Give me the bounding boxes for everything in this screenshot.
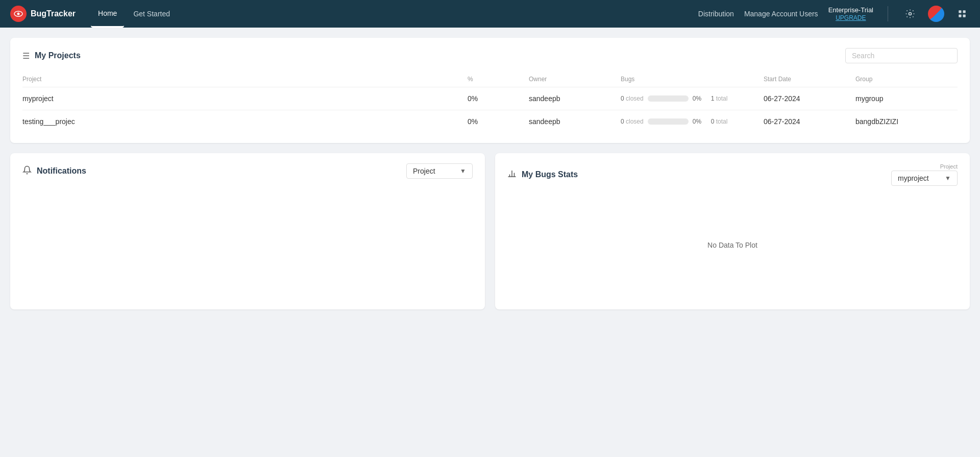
bugs-closed-count: 0 closed	[621, 118, 644, 125]
projects-title-group: ☰ My Projects	[22, 51, 81, 61]
svg-rect-4	[963, 10, 966, 13]
notifications-title: Notifications	[37, 166, 86, 176]
nav-right: Distribution Manage Account Users Enterp…	[698, 6, 970, 22]
nav-get-started[interactable]: Get Started	[126, 0, 177, 28]
notifications-project-dropdown[interactable]: Project ▼	[406, 163, 473, 179]
bar-chart-icon	[507, 169, 517, 181]
col-owner: Owner	[529, 71, 621, 87]
cell-project: testing___projec	[22, 110, 468, 133]
col-group: Group	[855, 71, 958, 87]
bugs-stats-title: My Bugs Stats	[522, 170, 578, 179]
notifications-title-group: Notifications	[22, 165, 86, 177]
nav-divider	[888, 6, 888, 21]
bugs-progress-bar	[648, 95, 689, 102]
notifications-dropdown-arrow: ▼	[460, 167, 466, 175]
bugs-progress-bar	[648, 118, 689, 125]
bugs-stats-header: My Bugs Stats Project myproject ▼	[507, 163, 958, 186]
bugs-stats-project-label: Project	[940, 163, 958, 170]
bugs-total: 1 total	[711, 95, 728, 102]
projects-header: ☰ My Projects	[22, 48, 958, 63]
no-data-message: No Data To Plot	[507, 194, 958, 296]
svg-rect-5	[959, 15, 961, 17]
cell-project: myproject	[22, 87, 468, 110]
bugs-stats-dropdown-arrow: ▼	[945, 175, 951, 182]
cell-group: mygroup	[855, 87, 958, 110]
cell-pct: 0%	[468, 110, 529, 133]
col-bugs: Bugs	[621, 71, 764, 87]
navbar: BugTracker Home Get Started Distribution…	[0, 0, 980, 28]
cell-start-date: 06-27-2024	[764, 87, 855, 110]
cell-group: bangdbZIZIZI	[855, 110, 958, 133]
cell-pct: 0%	[468, 87, 529, 110]
notifications-content	[22, 187, 473, 299]
cell-bugs: 0 closed 0% 0 total	[621, 110, 764, 133]
brand[interactable]: BugTracker	[10, 6, 76, 22]
svg-point-1	[17, 13, 20, 15]
table-row[interactable]: myproject 0% sandeepb 0 closed 0% 1 tota…	[22, 87, 958, 110]
bugs-pct: 0%	[693, 95, 707, 102]
bugs-stats-project-dropdown[interactable]: myproject ▼	[891, 171, 958, 186]
notifications-panel: Notifications Project ▼	[10, 153, 485, 309]
enterprise-trial-text: Enterprise-Trial	[828, 6, 873, 14]
nav-home[interactable]: Home	[91, 0, 124, 28]
projects-table: Project % Owner Bugs Start Date Group my…	[22, 71, 958, 133]
cell-start-date: 06-27-2024	[764, 110, 855, 133]
bell-icon	[22, 165, 32, 177]
bugs-stats-project-select-group: Project myproject ▼	[891, 163, 958, 186]
notifications-header: Notifications Project ▼	[22, 163, 473, 179]
my-projects-card: ☰ My Projects Project % Owner Bugs Start…	[10, 38, 970, 143]
enterprise-badge: Enterprise-Trial UPGRADE	[828, 6, 873, 21]
svg-rect-6	[963, 15, 966, 17]
main-content: ☰ My Projects Project % Owner Bugs Start…	[0, 28, 980, 320]
bugs-stats-title-group: My Bugs Stats	[507, 169, 578, 181]
brand-logo-icon	[10, 6, 27, 22]
upgrade-link[interactable]: UPGRADE	[828, 14, 873, 21]
bugs-stats-panel: My Bugs Stats Project myproject ▼ No Dat…	[495, 153, 970, 309]
projects-title: My Projects	[35, 51, 81, 60]
search-input[interactable]	[845, 48, 958, 63]
bugs-closed-count: 0 closed	[621, 95, 644, 102]
nav-manage-account[interactable]: Manage Account Users	[744, 10, 818, 18]
cell-owner: sandeepb	[529, 110, 621, 133]
col-startdate: Start Date	[764, 71, 855, 87]
nav-distribution[interactable]: Distribution	[698, 10, 734, 18]
svg-point-2	[909, 13, 912, 15]
notifications-dropdown-label: Project	[413, 167, 435, 175]
table-row[interactable]: testing___projec 0% sandeepb 0 closed 0%…	[22, 110, 958, 133]
nav-links: Home Get Started	[91, 0, 698, 28]
col-pct: %	[468, 71, 529, 87]
settings-icon[interactable]	[902, 6, 918, 21]
bugs-stats-dropdown-value: myproject	[898, 174, 929, 182]
col-project: Project	[22, 71, 468, 87]
svg-rect-3	[959, 10, 961, 13]
app-logo-icon[interactable]	[928, 6, 944, 22]
brand-name: BugTracker	[31, 9, 76, 18]
cell-owner: sandeepb	[529, 87, 621, 110]
bugs-pct: 0%	[693, 118, 707, 125]
bugs-total: 0 total	[711, 118, 728, 125]
grid-icon[interactable]	[954, 6, 970, 21]
hamburger-icon: ☰	[22, 51, 30, 61]
bottom-panels: Notifications Project ▼	[10, 153, 970, 309]
cell-bugs: 0 closed 0% 1 total	[621, 87, 764, 110]
